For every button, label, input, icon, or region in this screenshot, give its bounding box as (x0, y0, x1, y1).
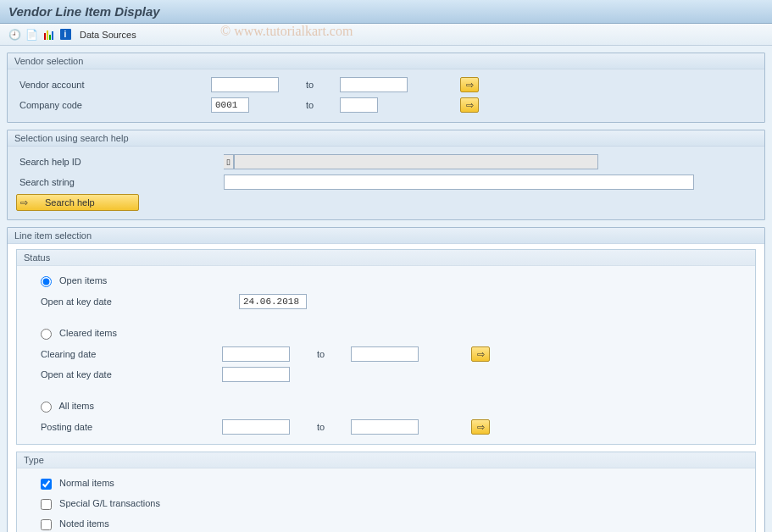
cleared-items-radio-row: Cleared items (25, 324, 747, 344)
vendor-selection-group: Vendor selection Vendor account to ⇨ Com… (7, 53, 765, 123)
company-code-from-input[interactable] (211, 97, 249, 113)
search-help-button[interactable]: ⇨ Search help (16, 194, 139, 211)
open-items-radio-row: Open items (25, 271, 747, 291)
search-help-button-label: Search help (45, 197, 95, 208)
to-label: to (287, 80, 340, 90)
to-label: to (298, 349, 351, 359)
special-gl-row: Special G/L transactions (25, 494, 747, 514)
special-gl-label: Special G/L transactions (59, 498, 160, 508)
noted-items-label: Noted items (59, 518, 109, 529)
noted-items-row: Noted items (25, 514, 747, 532)
cleared-items-radio[interactable] (41, 329, 52, 340)
all-items-label: All items (58, 401, 94, 411)
clearing-date-label: Clearing date (25, 349, 222, 359)
layout-icon[interactable] (41, 27, 56, 42)
vendor-account-row: Vendor account to ⇨ (16, 75, 756, 95)
get-variant-icon[interactable] (24, 27, 39, 42)
normal-items-row: Normal items (25, 474, 747, 494)
vendor-account-multiselect-icon[interactable]: ⇨ (460, 77, 479, 92)
status-title: Status (17, 250, 755, 266)
posting-date-from-input[interactable] (222, 419, 290, 435)
noted-items-checkbox[interactable] (41, 519, 52, 530)
vendor-selection-title: Vendor selection (8, 53, 764, 69)
vendor-account-from-input[interactable] (211, 77, 279, 92)
posting-date-row: Posting date to ⇨ (25, 417, 747, 437)
line-item-selection-group: Line item selection Status Open items Op… (7, 227, 765, 532)
all-items-radio-row: All items (25, 396, 747, 417)
search-string-row: Search string (16, 172, 756, 192)
search-help-id-input[interactable] (234, 154, 598, 169)
open-items-label: Open items (59, 275, 107, 285)
company-code-label: Company code (16, 100, 211, 110)
search-help-id-label: Search help ID (16, 157, 224, 167)
special-gl-checkbox[interactable] (41, 499, 52, 510)
to-label: to (298, 422, 351, 432)
search-help-id-row: Search help ID ▯ (16, 152, 756, 172)
search-string-input[interactable] (224, 175, 694, 190)
cleared-key-date-input[interactable] (222, 367, 290, 382)
search-help-group: Selection using search help Search help … (7, 130, 765, 220)
cleared-items-label: Cleared items (59, 328, 117, 338)
clearing-date-multiselect-icon[interactable]: ⇨ (471, 346, 490, 362)
cleared-key-date-row: Open at key date (25, 364, 747, 385)
company-code-row: Company code to ⇨ (16, 95, 756, 115)
line-item-selection-title: Line item selection (8, 228, 764, 244)
status-group: Status Open items Open at key date (16, 249, 756, 445)
normal-items-label: Normal items (59, 478, 114, 488)
company-code-multiselect-icon[interactable]: ⇨ (460, 97, 479, 113)
posting-date-multiselect-icon[interactable]: ⇨ (471, 419, 490, 435)
open-key-date-label: Open at key date (25, 296, 239, 307)
content-area: Vendor selection Vendor account to ⇨ Com… (0, 46, 772, 532)
vendor-account-to-input[interactable] (340, 77, 408, 92)
posting-date-label: Posting date (25, 422, 222, 432)
clearing-date-row: Clearing date to ⇨ (25, 344, 747, 364)
page-title: Vendor Line Item Display (0, 0, 772, 24)
arrow-right-icon: ⇨ (20, 197, 28, 208)
info-icon[interactable]: i (58, 27, 73, 42)
vendor-account-label: Vendor account (16, 80, 211, 90)
posting-date-to-input[interactable] (351, 419, 419, 435)
cleared-key-date-label: Open at key date (25, 369, 222, 380)
search-string-label: Search string (16, 177, 224, 187)
to-label: to (287, 100, 340, 110)
type-title: Type (17, 452, 755, 468)
type-group: Type Normal items Special G/L transactio… (16, 452, 756, 532)
open-key-date-input[interactable] (239, 294, 307, 309)
open-key-date-row: Open at key date (25, 291, 747, 312)
execute-icon[interactable] (7, 27, 22, 42)
search-help-title: Selection using search help (8, 130, 764, 147)
normal-items-checkbox[interactable] (41, 479, 52, 490)
data-sources-button[interactable]: Data Sources (75, 30, 142, 40)
clearing-date-to-input[interactable] (351, 346, 419, 362)
clearing-date-from-input[interactable] (222, 346, 290, 362)
all-items-radio[interactable] (41, 402, 52, 413)
search-help-button-row: ⇨ Search help (16, 192, 756, 213)
company-code-to-input[interactable] (340, 97, 378, 113)
search-help-f4-icon[interactable]: ▯ (224, 154, 234, 169)
open-items-radio[interactable] (41, 276, 52, 287)
toolbar: i Data Sources (0, 24, 772, 46)
